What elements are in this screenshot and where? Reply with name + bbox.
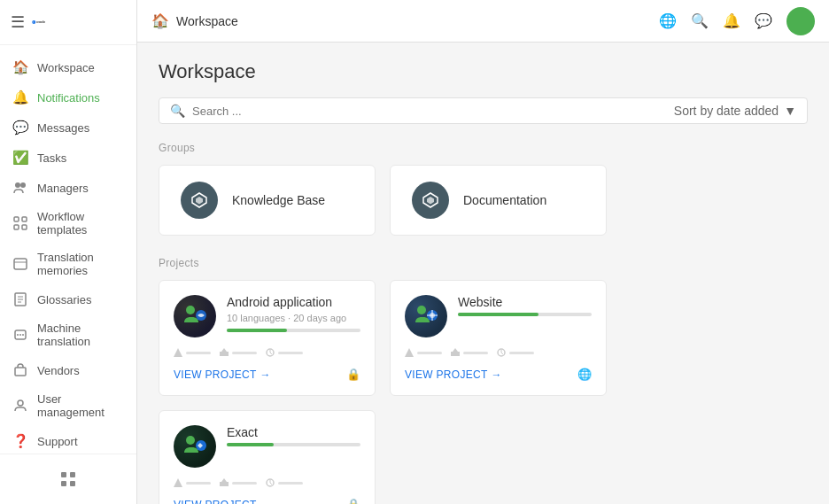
sidebar-item-workspace[interactable]: 🏠 Workspace [0,52,136,82]
android-lock-icon: 🔒 [346,368,360,381]
svg-line-44 [501,353,503,354]
group-card-documentation[interactable]: Documentation [390,165,607,236]
exact-lock-icon: 🔒 [346,498,360,504]
message-icon[interactable]: 💬 [755,12,772,29]
svg-point-35 [417,306,426,314]
sidebar-item-messages-label: Messages [37,121,89,135]
sidebar-item-workflow[interactable]: Workflow templates [0,203,136,244]
svg-marker-40 [405,348,414,357]
exact-header: Exact [174,425,360,468]
exact-stat-1 [174,478,211,487]
android-avatar [174,295,216,337]
website-progress-wrap [458,313,592,316]
exact-avatar [174,425,216,468]
projects-section-label: Projects [159,257,808,269]
android-progress-fill [227,329,287,332]
website-globe-icon: 🌐 [577,368,592,381]
svg-point-28 [186,306,195,314]
svg-point-19 [18,400,23,406]
knowledge-base-name: Knowledge Base [232,193,325,207]
task-icon: ✅ [12,150,28,166]
crowdin-logo: crowdin [32,14,48,30]
hamburger-icon[interactable]: ☰ [11,12,25,32]
android-stat-1 [174,348,211,357]
vendors-icon [12,362,28,378]
sort-controls[interactable]: Sort by date added ▼ [674,104,796,118]
android-meta: 10 languages · 20 days ago [227,313,360,323]
website-name: Website [458,295,592,309]
sidebar-item-user-mgmt[interactable]: User management [0,385,136,426]
svg-rect-41 [451,352,460,356]
website-view-link[interactable]: VIEW PROJECT → [405,368,502,381]
sidebar-item-tasks-label: Tasks [37,151,66,165]
arrow-right-icon: → [492,368,502,381]
android-stat-2 [220,348,257,357]
sidebar-item-support[interactable]: ❓ Support [0,426,136,454]
website-stat-2 [451,348,488,357]
svg-rect-20 [61,472,66,477]
android-progress-wrap [227,329,360,332]
sidebar-item-notifications-label: Notifications [37,91,100,105]
search-icon[interactable]: 🔍 [691,12,709,29]
svg-rect-18 [15,368,26,376]
svg-marker-30 [174,348,182,357]
sidebar-item-vendors-label: Vendors [37,364,80,377]
user-avatar[interactable] [786,7,815,35]
documentation-icon [412,182,449,219]
svg-line-34 [270,353,272,354]
exact-stat-2 [220,478,257,487]
svg-line-51 [270,483,272,485]
translation-icon [12,256,28,272]
android-stats [174,348,360,357]
android-header: Android application 10 languages · 20 da… [174,295,360,337]
sidebar-item-glossaries[interactable]: Glossaries [0,284,136,314]
android-view-link[interactable]: VIEW PROJECT → [174,368,271,381]
crowdin-logo-svg: crowdin [32,14,48,30]
project-card-website[interactable]: Website [390,280,607,396]
search-input[interactable] [192,105,667,118]
sidebar-item-translation[interactable]: Translation memories [0,244,136,284]
exact-progress-wrap [227,443,360,446]
svg-point-16 [19,334,21,336]
exact-stat-3 [266,478,303,487]
project-card-exact[interactable]: Exact [159,410,376,504]
notification-icon[interactable]: 🔔 [723,12,740,29]
group-card-knowledge-base[interactable]: Knowledge Base [159,165,376,236]
website-footer: VIEW PROJECT → 🌐 [405,368,592,381]
exact-footer: VIEW PROJECT → 🔒 [174,498,360,504]
svg-point-45 [186,436,195,445]
android-info: Android application 10 languages · 20 da… [227,295,360,336]
search-input-icon: 🔍 [170,104,185,118]
sidebar-item-vendors[interactable]: Vendors [0,355,136,385]
svg-rect-31 [220,352,229,356]
android-name: Android application [227,295,360,309]
svg-marker-25 [196,197,203,205]
globe-icon[interactable]: 🌐 [659,12,677,29]
svg-rect-6 [14,225,19,229]
website-stat-3 [497,348,534,357]
svg-marker-47 [174,478,182,487]
documentation-name: Documentation [463,193,546,207]
website-stats [405,348,592,357]
exact-view-link[interactable]: VIEW PROJECT → [174,499,271,505]
search-bar[interactable]: 🔍 Sort by date added ▼ [159,97,808,124]
sidebar-item-support-label: Support [37,435,78,448]
sidebar-item-tasks[interactable]: ✅ Tasks [0,143,136,173]
svg-rect-48 [220,482,229,486]
sidebar-item-messages[interactable]: 💬 Messages [0,112,136,143]
sidebar-item-machine[interactable]: Machine translation [0,314,136,355]
content-area: Workspace 🔍 Sort by date added ▼ Groups … [137,43,829,504]
sidebar-item-managers[interactable]: Managers [0,173,136,203]
sidebar-item-notifications[interactable]: 🔔 Notifications [0,82,136,112]
sort-arrow-icon: ▼ [784,104,796,118]
arrow-right-icon: → [260,368,271,381]
project-card-android[interactable]: Android application 10 languages · 20 da… [159,280,376,396]
grid-icon[interactable] [59,470,77,488]
groups-row: Knowledge Base Documentation [159,165,808,236]
sort-label: Sort by date added [674,104,779,118]
sidebar-item-machine-label: Machine translation [37,322,124,348]
svg-marker-27 [427,197,434,205]
user-mgmt-icon [12,398,28,414]
logo-area[interactable]: ☰ crowdin [0,0,136,45]
topbar-home-icon: 🏠 [151,12,169,29]
